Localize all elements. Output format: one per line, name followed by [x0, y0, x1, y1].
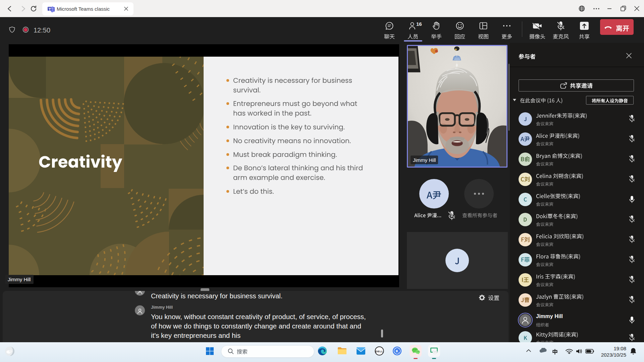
- svg-text:DELL: DELL: [376, 350, 383, 353]
- svg-text:K: K: [395, 349, 399, 354]
